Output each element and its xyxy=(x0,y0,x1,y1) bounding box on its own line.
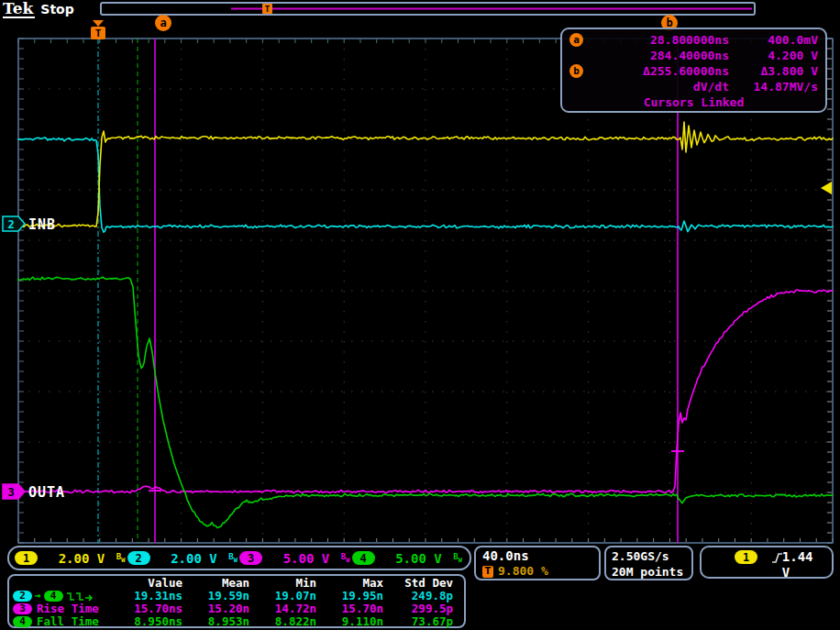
channel-3-badge[interactable]: 3 xyxy=(239,551,262,565)
measurement-header: Mean xyxy=(182,577,249,590)
measurement-source-badge: 3 xyxy=(13,603,32,614)
measurement-name: Rise Time xyxy=(37,602,99,615)
cursor-time-value: 28.800000ns xyxy=(591,32,729,48)
trace-ch2-inb xyxy=(18,138,833,232)
measurement-label: 4Fall Time xyxy=(13,615,116,628)
channel-1-scale-group[interactable]: 12.00 VBW xyxy=(15,551,127,566)
trigger-source-badge: 1 xyxy=(735,550,757,564)
acquisition-status: Stop xyxy=(40,2,73,17)
sample-rate: 2.50GS/s xyxy=(612,548,686,564)
measurement-value: 19.07n xyxy=(249,590,316,602)
measurement-header: Value xyxy=(116,577,182,590)
cursor-time-value: Δ255.60000ns xyxy=(591,63,729,79)
measurement-row: 3Rise Time15.70ns15.20n14.72n15.70n299.5… xyxy=(13,602,459,615)
cursor-a-handle[interactable]: a xyxy=(155,15,171,31)
measurement-header-row: ValueMeanMinMaxStd Dev xyxy=(13,577,459,590)
channel-3-position-badge[interactable]: 3 OUTA xyxy=(3,484,65,501)
rising-edge-icon xyxy=(770,551,782,564)
bandwidth-limit-icon: BW xyxy=(116,552,126,564)
channel-3-scale: 5.00 V xyxy=(271,551,341,566)
measurement-dest-badge: 4 xyxy=(44,591,63,602)
channel-2-number: 2 xyxy=(7,218,14,231)
trigger-box[interactable]: 1 1.44 V xyxy=(700,546,834,579)
measurement-header: Max xyxy=(316,577,383,590)
channel-4-scale-group[interactable]: 45.00 VBW xyxy=(352,551,465,566)
channel-2-badge[interactable]: 2 xyxy=(127,551,150,565)
measurement-row: 2→419.31ns19.59n19.07n19.95n249.8p xyxy=(13,590,459,602)
cursor-readout-row: dV/dt14.87MV/s xyxy=(569,79,818,94)
channel-2-label: INB xyxy=(28,216,56,233)
measurement-label: 2→4 xyxy=(13,590,116,602)
measurement-value: 249.8p xyxy=(383,590,453,602)
measurement-label: 3Rise Time xyxy=(13,602,116,615)
acquisition-preview-bar[interactable]: T xyxy=(101,3,755,15)
header: Tek Stop xyxy=(3,0,74,18)
channel-4-scale: 5.00 V xyxy=(384,551,454,566)
measurement-value: 19.59n xyxy=(182,590,249,602)
cursor-time-value: 284.40000ns xyxy=(591,48,729,63)
channel-2-scale-group[interactable]: 22.00 VBW xyxy=(127,551,240,566)
cursor-amplitude-value: Δ3.800 V xyxy=(729,63,818,79)
measurement-value: 73.67p xyxy=(383,615,453,628)
measurement-value: 8.950ns xyxy=(116,615,182,628)
arrow-icon: → xyxy=(35,590,41,602)
channel-2-position-badge[interactable]: 2 INB xyxy=(3,216,56,233)
channel-1-scale: 2.00 V xyxy=(47,551,116,566)
timebase-scale: 40.0ns xyxy=(482,548,592,564)
record-length: 20M points xyxy=(612,564,686,580)
measurement-row: 4Fall Time8.950ns8.953n8.822n9.110n73.67… xyxy=(13,615,459,628)
cursor-readout-panel[interactable]: a28.800000ns400.0mV284.40000ns4.200 VbΔ2… xyxy=(560,28,827,113)
measurement-value: 9.110n xyxy=(316,615,383,628)
cursor-amplitude-value: 14.87MV/s xyxy=(729,79,818,94)
edge-to-edge-delay-icon xyxy=(66,591,95,602)
channel-4-badge[interactable]: 4 xyxy=(352,551,375,565)
cursor-time-value: dV/dt xyxy=(591,79,729,94)
measurement-source-badge: 4 xyxy=(13,616,32,627)
trigger-level: 1.44 V xyxy=(782,549,824,580)
channel-3-number: 3 xyxy=(7,486,14,499)
cursor-readout-row: bΔ255.60000nsΔ3.800 V xyxy=(569,63,818,79)
measurement-header: Std Dev xyxy=(383,577,453,590)
cursor-b-bubble-icon: b xyxy=(569,64,583,78)
channel-2-scale: 2.00 V xyxy=(160,551,229,566)
bandwidth-limit-icon: BW xyxy=(341,552,350,564)
trigger-marker-arrow-icon xyxy=(93,20,104,27)
cursors-linked-status: Cursors Linked xyxy=(569,94,818,110)
timebase-box[interactable]: 40.0ns T 9.800 % xyxy=(474,546,601,580)
measurement-value: 8.953n xyxy=(182,615,249,628)
record-trigger-label: T xyxy=(265,5,271,14)
channel-3-label: OUTA xyxy=(28,484,65,501)
measurement-name: Fall Time xyxy=(37,615,99,628)
cursor-amplitude-value: 400.0mV xyxy=(729,32,818,48)
bandwidth-limit-icon: BW xyxy=(453,552,462,564)
measurement-value: 299.5p xyxy=(383,602,453,615)
cursor-readout-row: 284.40000ns4.200 V xyxy=(569,48,818,63)
channel-1-badge[interactable]: 1 xyxy=(15,551,38,565)
oscilloscope-screen: { "header": { "logo": "Tek", "acq_status… xyxy=(0,0,840,630)
measurement-value: 19.95n xyxy=(316,590,383,602)
measurement-header: Min xyxy=(249,577,316,590)
cursor-readout-row: a28.800000ns400.0mV xyxy=(569,32,818,48)
trigger-time-marker[interactable]: T xyxy=(91,20,105,39)
trigger-level-arrow[interactable] xyxy=(821,182,832,194)
channel-scale-bar: 12.00 VBW22.00 VBW35.00 VBW45.00 VBW xyxy=(7,546,471,570)
tek-logo: Tek xyxy=(3,0,35,18)
channel-3-scale-group[interactable]: 35.00 VBW xyxy=(239,551,352,566)
measurement-value: 14.72n xyxy=(249,602,316,615)
trigger-marker-label: T xyxy=(95,28,102,39)
cursor-amplitude-value: 4.200 V xyxy=(729,48,818,63)
measurement-value: 19.31ns xyxy=(116,590,182,602)
trigger-icon: T xyxy=(482,566,493,578)
bandwidth-limit-icon: BW xyxy=(228,552,238,564)
cursor-a-bubble-icon: a xyxy=(569,33,583,47)
horizontal-position: 9.800 % xyxy=(498,564,548,579)
cursor-a-label: a xyxy=(160,17,166,29)
measurement-source-badge: 2 xyxy=(13,591,32,602)
acquisition-box[interactable]: 2.50GS/s 20M points xyxy=(604,546,693,580)
measurement-value: 8.822n xyxy=(249,615,316,628)
measurement-value: 15.70ns xyxy=(116,602,182,615)
measurement-table[interactable]: ValueMeanMinMaxStd Dev2→419.31ns19.59n19… xyxy=(7,574,466,628)
measurement-value: 15.20n xyxy=(182,602,249,615)
measurement-value: 15.70n xyxy=(316,602,383,615)
graticule-grid xyxy=(18,39,833,543)
